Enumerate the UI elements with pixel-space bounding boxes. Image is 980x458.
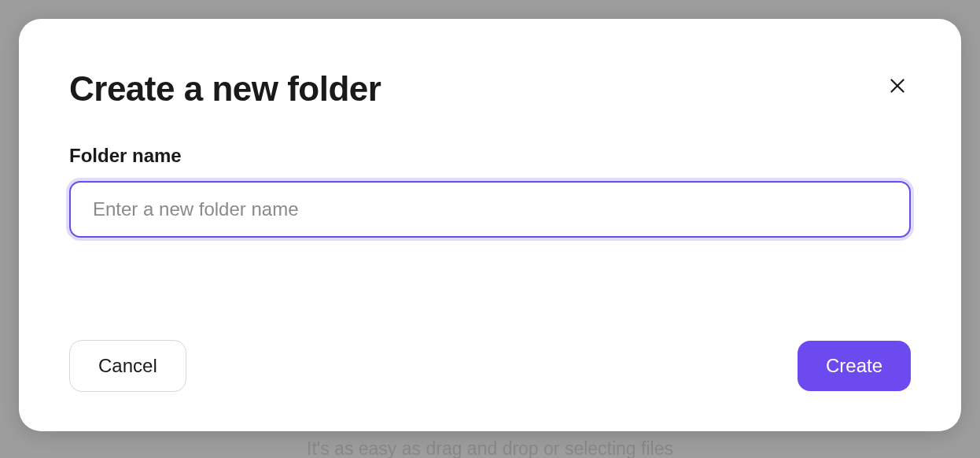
- folder-name-label: Folder name: [69, 145, 911, 167]
- close-icon: [887, 76, 908, 96]
- cancel-button[interactable]: Cancel: [69, 340, 186, 392]
- create-button[interactable]: Create: [798, 341, 911, 391]
- create-folder-modal: Create a new folder Folder name Cancel C…: [19, 19, 961, 431]
- modal-title: Create a new folder: [69, 69, 381, 109]
- modal-footer: Cancel Create: [69, 340, 911, 392]
- modal-header: Create a new folder: [69, 69, 911, 109]
- close-button[interactable]: [884, 72, 911, 99]
- backdrop-hint-text: It's as easy as drag and drop or selecti…: [307, 438, 673, 458]
- folder-name-input[interactable]: [69, 181, 911, 238]
- input-wrapper: [69, 181, 911, 238]
